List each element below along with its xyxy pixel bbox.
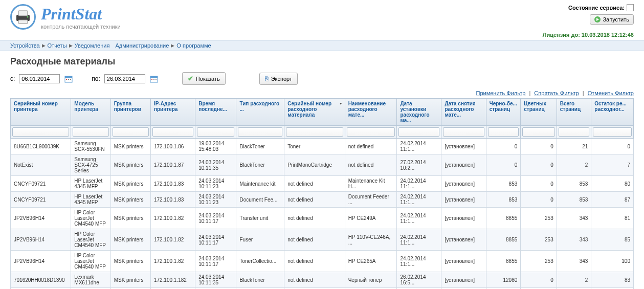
table-cell: [установлен] xyxy=(441,176,486,192)
license-text: Лицензия до: 10.03.2018 12:12:46 xyxy=(0,32,644,40)
column-header[interactable]: Всего страниц xyxy=(557,99,591,126)
nav-admin[interactable]: Администрирование xyxy=(115,42,169,49)
table-cell: 26.02.2014 16:5... xyxy=(397,272,441,288)
table-row[interactable]: 701620HH0018D1390Lexmark MX611dheMSK pri… xyxy=(11,272,634,288)
column-header[interactable]: Время последне... xyxy=(195,99,236,126)
hide-filter-link[interactable]: Спрятать Фильтр xyxy=(534,90,579,96)
column-header[interactable]: Наименование расходного мате... xyxy=(345,99,397,126)
svg-rect-12 xyxy=(153,79,154,80)
table-cell: 853 xyxy=(486,176,521,192)
column-filter-input[interactable] xyxy=(398,127,439,137)
table-cell: not defined xyxy=(284,176,345,192)
table-row[interactable]: JP2VB96H14HP Color LaserJet CM4540 MFPMS… xyxy=(11,208,634,229)
table-cell: HP LaserJet 4345 MFP xyxy=(71,176,110,192)
table-cell: 172.100.1.83 xyxy=(150,176,195,192)
column-header[interactable]: Черно-бе... страниц xyxy=(486,99,521,126)
table-cell: Document Fee... xyxy=(236,192,284,208)
table-cell: not defined xyxy=(284,229,345,251)
table-cell: JP2VB96H14 xyxy=(11,229,71,251)
cancel-filter-link[interactable]: Отменить Фильтр xyxy=(588,90,634,96)
table-cell: 172.100.1.182 xyxy=(150,272,195,288)
nav-reports[interactable]: Отчеты xyxy=(48,42,67,49)
export-button-label: Экспорт xyxy=(271,76,292,82)
column-header[interactable]: Остаток ре... расходног... xyxy=(591,99,634,126)
column-filter-input[interactable] xyxy=(559,127,590,137)
apply-filter-link[interactable]: Применить Фильтр xyxy=(476,90,525,96)
column-filter-input[interactable] xyxy=(73,127,108,137)
column-filter-input[interactable] xyxy=(286,127,343,137)
table-row[interactable]: CNCYF09721HP LaserJet 4345 MFPMSK printe… xyxy=(11,176,634,192)
column-header[interactable]: Серийный номер расходного материала xyxy=(284,99,345,126)
table-cell: 343 xyxy=(557,251,591,272)
nav-devices[interactable]: Устройства xyxy=(10,42,40,49)
table-cell: not defined xyxy=(284,208,345,229)
table-cell: [установлен] xyxy=(441,192,486,208)
date-to-input[interactable] xyxy=(104,74,145,83)
table-cell: Transfer unit xyxy=(236,208,284,229)
table-cell: [установлен] xyxy=(441,208,486,229)
table-cell: 24.02.2014 11:1... xyxy=(397,176,441,192)
table-row[interactable]: NotExistSamsung SCX-4725 SeriesMSK print… xyxy=(11,154,634,176)
column-filter-input[interactable] xyxy=(488,127,519,137)
column-header[interactable]: Серийный номер принтера xyxy=(11,99,71,126)
table-cell: CNCYF09721 xyxy=(11,176,71,192)
data-table: Серийный номер принтераМодель принтераГр… xyxy=(10,98,634,289)
column-filter-input[interactable] xyxy=(197,127,234,137)
table-cell: 100 xyxy=(591,251,634,272)
table-row[interactable]: CNCYF09721HP LaserJet 4345 MFPMSK printe… xyxy=(11,192,634,208)
table-row[interactable]: JP2VB96H14HP Color LaserJet CM4540 MFPMS… xyxy=(11,251,634,272)
column-filter-input[interactable] xyxy=(238,127,282,137)
column-header[interactable]: Модель принтера xyxy=(71,99,110,126)
table-row[interactable]: 8U66B1CL900039KSamsung SCX-5530FNMSK pri… xyxy=(11,139,634,154)
table-cell: BlackToner xyxy=(236,139,284,154)
column-filter-input[interactable] xyxy=(347,127,395,137)
date-from-input[interactable] xyxy=(19,74,60,83)
column-filter-input[interactable] xyxy=(152,127,193,137)
table-cell: 24.03.2014 10:11:23 xyxy=(195,192,236,208)
table-cell: MSK printers xyxy=(110,176,150,192)
calendar-icon[interactable] xyxy=(149,74,159,83)
table-cell: 853 xyxy=(557,192,591,208)
calendar-icon[interactable] xyxy=(64,74,73,83)
column-filter-input[interactable] xyxy=(113,127,149,137)
table-cell: Lexmark MX611dhe xyxy=(71,272,110,288)
table-cell: Maintenance Kit H... xyxy=(345,176,397,192)
table-cell: 7 xyxy=(591,154,634,176)
table-cell: 172.100.1.82 xyxy=(150,208,195,229)
main-nav: Устройства ▶ Отчеты ▶ Уведомления Админи… xyxy=(0,40,644,51)
table-cell: [установлен] xyxy=(441,229,486,251)
column-header[interactable]: Цветных страниц xyxy=(521,99,557,126)
table-cell: 701620HH0018D1390 xyxy=(11,272,71,288)
run-button[interactable]: Запустить xyxy=(590,14,634,25)
table-cell: HP 110V-CE246A, ... xyxy=(345,229,397,251)
export-button[interactable]: ⎘ Экспорт xyxy=(259,73,298,85)
column-filter-input[interactable] xyxy=(593,127,632,137)
table-cell: 8855 xyxy=(486,229,521,251)
column-header[interactable]: IP-Адрес принтера xyxy=(150,99,195,126)
logo-title: PrintStat xyxy=(41,5,121,24)
column-filter-input[interactable] xyxy=(443,127,484,137)
column-filter-input[interactable] xyxy=(522,127,554,137)
column-filter-input[interactable] xyxy=(12,127,69,137)
table-cell: 8855 xyxy=(486,251,521,272)
show-button[interactable]: ✔ Показать xyxy=(182,72,226,85)
table-cell: 24.03.2014 10:11:35 xyxy=(195,154,236,176)
column-header[interactable]: Тип расходного ... xyxy=(236,99,284,126)
nav-notifications[interactable]: Уведомления xyxy=(75,42,110,49)
table-cell: 24.03.2014 10:11:17 xyxy=(195,208,236,229)
column-header[interactable]: Дата снятия расходного мате... xyxy=(441,99,486,126)
nav-about[interactable]: О программе xyxy=(176,42,211,49)
svg-rect-2 xyxy=(18,20,28,24)
table-row[interactable]: JP2VB96H14HP Color LaserJet CM4540 MFPMS… xyxy=(11,229,634,251)
table-cell: 24.02.2014 11:1... xyxy=(397,208,441,229)
table-cell: CNCYF09721 xyxy=(11,192,71,208)
table-cell: 172.100.1.82 xyxy=(150,229,195,251)
table-cell: 21 xyxy=(557,139,591,154)
table-cell: NotExist xyxy=(11,154,71,176)
svg-rect-1 xyxy=(18,11,28,16)
table-cell: 80 xyxy=(591,176,634,192)
table-cell: HP Color LaserJet CM4540 MFP xyxy=(71,251,110,272)
column-header[interactable]: Дата установки расходного ма... xyxy=(397,99,441,126)
column-header[interactable]: Группа принтеров xyxy=(110,99,150,126)
table-cell: MSK printers xyxy=(110,272,150,288)
